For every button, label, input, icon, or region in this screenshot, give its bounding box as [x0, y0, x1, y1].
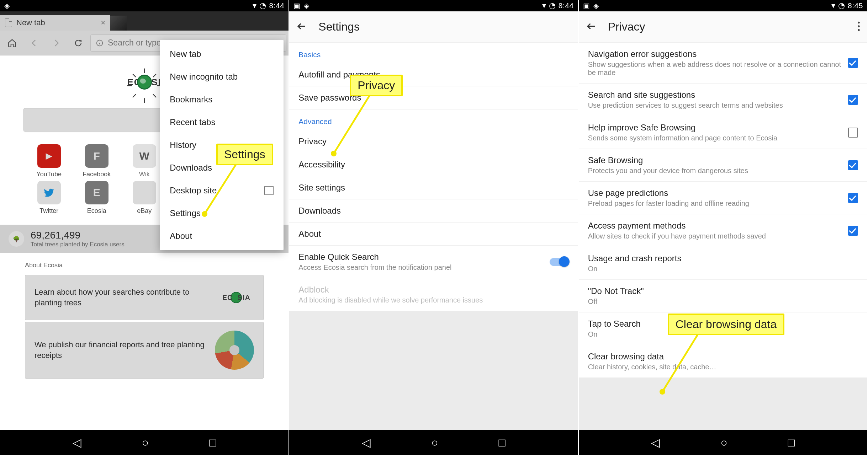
nav-home-button[interactable]: ○: [720, 436, 727, 449]
callout-settings: Settings: [216, 144, 273, 165]
menu-desktop-site[interactable]: Desktop site: [160, 179, 284, 202]
browser-tab[interactable]: New tab ×: [0, 15, 110, 31]
row-autofill[interactable]: Autofill and payments: [289, 63, 578, 86]
picture-icon: ▣: [293, 1, 300, 10]
shield-icon: ◈: [593, 1, 599, 10]
tree-icon: 🌳: [9, 231, 24, 247]
tab-strip: New tab ×: [0, 11, 289, 31]
row-payment-methods[interactable]: Access payment methodsAllow sites to che…: [579, 214, 867, 247]
row-accessibility[interactable]: Accessibility: [289, 153, 578, 176]
loading-icon: ◔: [259, 1, 266, 10]
tab-shadow: [109, 16, 127, 31]
shortcut-ebay[interactable]: eBay: [123, 181, 165, 215]
nav-back-button[interactable]: ◁: [362, 436, 371, 449]
svg-line-8: [153, 94, 156, 97]
row-safe-browsing-improve[interactable]: Help improve Safe BrowsingSends some sys…: [579, 116, 867, 149]
loading-icon: ◔: [838, 1, 845, 10]
row-adblock: AdblockAd blocking is disabled while we …: [289, 278, 578, 311]
page-title: Privacy: [608, 20, 645, 33]
svg-point-19: [660, 389, 665, 395]
loading-icon: ◔: [549, 1, 556, 10]
shortcut-facebook[interactable]: FFacebook: [76, 144, 118, 178]
nav-back-button[interactable]: ◁: [651, 436, 660, 449]
reload-button[interactable]: [68, 33, 88, 53]
menu-settings[interactable]: Settings: [160, 202, 284, 225]
status-bar: ▣ ◈ ▾ ◔ 8:45: [579, 0, 867, 11]
nav-back-button[interactable]: ◁: [73, 436, 81, 449]
checkbox-checked-icon[interactable]: [848, 95, 858, 105]
row-about[interactable]: About: [289, 223, 578, 246]
pie-chart-icon: [215, 331, 254, 370]
section-basics: Basics: [289, 43, 578, 63]
toggle-on-icon[interactable]: [550, 258, 569, 266]
wifi-icon: ▾: [253, 1, 256, 10]
checkbox-icon[interactable]: [848, 128, 858, 138]
android-nav-bar: ◁ ○ □: [579, 430, 867, 455]
checkbox-checked-icon[interactable]: [848, 160, 858, 170]
menu-new-incognito[interactable]: New incognito tab: [160, 65, 284, 88]
back-icon[interactable]: [586, 21, 597, 33]
row-downloads[interactable]: Downloads: [289, 199, 578, 223]
callout-clear-data: Clear browsing data: [668, 314, 785, 335]
page-icon: [5, 18, 12, 27]
home-button[interactable]: [2, 33, 22, 53]
forward-button[interactable]: [46, 33, 66, 53]
nav-home-button[interactable]: ○: [431, 436, 438, 449]
row-search-suggest[interactable]: Search and site suggestionsUse predictio…: [579, 84, 867, 116]
wifi-icon: ▾: [542, 1, 546, 10]
section-advanced: Advanced: [289, 109, 578, 130]
about-card-1[interactable]: Learn about how your searches contribute…: [25, 275, 264, 320]
status-bar: ◈ ▾ ◔ 8:44: [0, 0, 289, 11]
row-safe-browsing[interactable]: Safe BrowsingProtects you and your devic…: [579, 149, 867, 182]
nav-recents-button[interactable]: □: [209, 436, 216, 449]
back-icon[interactable]: [296, 21, 307, 33]
row-page-predictions[interactable]: Use page predictionsPreload pages for fa…: [579, 182, 867, 214]
nav-home-button[interactable]: ○: [142, 436, 149, 449]
wifi-icon: ▾: [831, 1, 835, 10]
row-clear-browsing-data[interactable]: Clear browsing dataClear history, cookie…: [579, 345, 867, 378]
close-icon[interactable]: ×: [101, 18, 105, 27]
android-nav-bar: ◁ ○ □: [289, 430, 578, 455]
android-nav-bar: ◁ ○ □: [0, 430, 289, 455]
row-usage-reports[interactable]: Usage and crash reportsOn: [579, 247, 867, 280]
picture-icon: ▣: [583, 1, 590, 10]
svg-point-15: [858, 21, 860, 23]
nav-recents-button[interactable]: □: [498, 436, 505, 449]
privacy-header: Privacy: [579, 11, 867, 43]
svg-point-17: [858, 29, 860, 31]
row-site-settings[interactable]: Site settings: [289, 176, 578, 199]
checkbox-icon: [264, 186, 274, 195]
clock: 8:44: [559, 1, 574, 10]
nav-recents-button[interactable]: □: [788, 436, 795, 449]
menu-new-tab[interactable]: New tab: [160, 43, 284, 65]
status-bar: ▣ ◈ ▾ ◔ 8:44: [289, 0, 578, 11]
omnibox-placeholder: Search or type: [108, 38, 161, 48]
menu-recent-tabs[interactable]: Recent tabs: [160, 111, 284, 134]
shield-icon: ◈: [4, 1, 10, 10]
row-save-passwords[interactable]: Save passwords: [289, 86, 578, 109]
row-privacy[interactable]: Privacy: [289, 130, 578, 153]
shortcut-youtube[interactable]: ▶YouTube: [28, 144, 70, 178]
shield-icon: ◈: [304, 1, 309, 10]
row-do-not-track[interactable]: "Do Not Track"Off: [579, 280, 867, 312]
row-nav-error[interactable]: Navigation error suggestionsShow suggest…: [579, 43, 867, 84]
settings-header: Settings: [289, 11, 578, 43]
page-title: Settings: [318, 20, 360, 33]
checkbox-checked-icon[interactable]: [848, 226, 858, 236]
shortcut-wiki[interactable]: WWik: [123, 144, 165, 178]
shortcut-ecosia[interactable]: EEcosia: [76, 181, 118, 215]
back-button[interactable]: [24, 33, 44, 53]
checkbox-checked-icon[interactable]: [848, 193, 858, 203]
callout-privacy: Privacy: [350, 75, 403, 96]
checkbox-checked-icon[interactable]: [848, 58, 858, 68]
row-quick-search[interactable]: Enable Quick SearchAccess Ecosia search …: [289, 246, 578, 278]
more-icon[interactable]: [857, 21, 860, 33]
shortcut-twitter[interactable]: Twitter: [28, 181, 70, 215]
clock: 8:45: [848, 1, 863, 10]
menu-bookmarks[interactable]: Bookmarks: [160, 88, 284, 111]
ecosia-logo: EC SI: [125, 66, 164, 98]
tab-title: New tab: [16, 18, 45, 27]
svg-point-16: [858, 25, 860, 27]
about-card-2[interactable]: We publish our financial reports and tre…: [25, 322, 264, 379]
menu-about[interactable]: About: [160, 225, 284, 247]
